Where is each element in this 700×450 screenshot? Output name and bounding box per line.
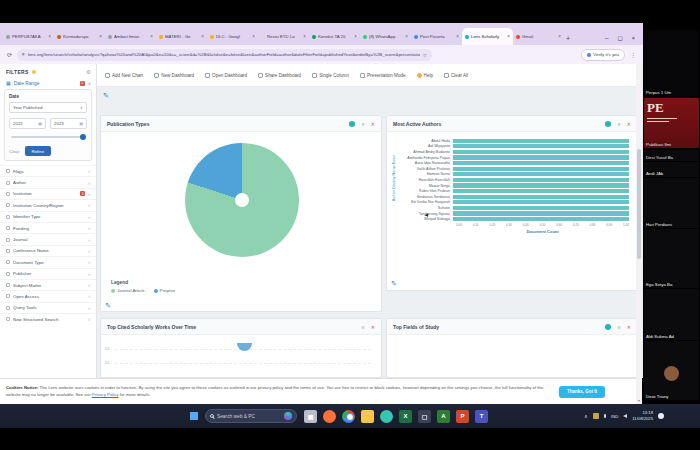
notification-bell-icon[interactable] xyxy=(658,413,664,419)
author-bar[interactable] xyxy=(453,200,629,204)
collapse-chevron-icon[interactable]: ∨ xyxy=(617,324,621,330)
explorer-icon[interactable] xyxy=(361,410,374,423)
tab-close-icon[interactable]: × xyxy=(252,34,255,39)
edit-query-icon[interactable]: ✎ xyxy=(103,92,109,99)
tab-close-icon[interactable]: × xyxy=(354,34,357,39)
bar-chart[interactable]: Author Display Name Exact Abdul HudaAdi … xyxy=(393,138,629,234)
start-button[interactable] xyxy=(190,412,198,420)
tab-close-icon[interactable]: × xyxy=(303,34,306,39)
year-field-select[interactable]: Year Published ∨ xyxy=(9,102,87,113)
copilot-icon[interactable] xyxy=(284,412,292,420)
tab-close-icon[interactable]: × xyxy=(99,34,102,39)
window-minimize-icon[interactable]: ─ xyxy=(605,35,609,41)
powerpoint-icon[interactable]: P xyxy=(456,410,469,423)
scatter-chart[interactable]: 1.0 0.5 xyxy=(101,335,381,379)
tab-close-icon[interactable]: × xyxy=(201,34,204,39)
browser-tab-kurniadarsya[interactable]: Kurniadarsya× xyxy=(54,28,105,45)
browser-tab-8-whatsapp[interactable]: (8) WhatsApp× xyxy=(360,28,411,45)
toolbar-item-help[interactable]: Help xyxy=(417,73,433,78)
edit-chart-icon[interactable]: ✎ xyxy=(391,280,397,287)
year-range-slider[interactable] xyxy=(11,136,85,138)
filter-item-journal[interactable]: Journal› xyxy=(0,233,96,244)
author-bar[interactable] xyxy=(453,161,629,165)
filter-item-funding[interactable]: Funding› xyxy=(0,222,96,233)
edit-chart-icon[interactable]: ✎ xyxy=(105,302,111,309)
author-bar[interactable] xyxy=(453,178,629,182)
author-bar[interactable] xyxy=(453,195,629,199)
year-to-input[interactable]: 2023 ▦ xyxy=(50,118,87,129)
shared-presentation-tile[interactable]: PEPublikasi Ilmi xyxy=(644,98,699,148)
participant-tile[interactable]: Perpus 1 Um xyxy=(644,30,699,96)
tab-close-icon[interactable]: × xyxy=(48,34,51,39)
participant-tile[interactable]: Dewi Triany xyxy=(644,341,699,400)
window-icon[interactable]: ▢ xyxy=(418,410,431,423)
tab-close-icon[interactable]: × xyxy=(456,34,459,39)
privacy-policy-link[interactable]: Privacy Policy xyxy=(92,392,119,397)
scrollbar-down-icon[interactable]: ▾ xyxy=(636,398,642,403)
teams-icon[interactable]: T xyxy=(475,410,488,423)
author-bar[interactable] xyxy=(453,206,629,210)
window-close-icon[interactable]: × xyxy=(632,35,635,41)
chart-options-icon[interactable] xyxy=(605,324,611,330)
collapse-chevron-icon[interactable]: ∨ xyxy=(361,324,365,330)
author-bar[interactable] xyxy=(453,189,629,193)
participant-tile[interactable]: Aldi Sukma Ad xyxy=(644,289,699,340)
bookmark-star-icon[interactable]: ☆ xyxy=(423,52,427,58)
tab-close-icon[interactable]: × xyxy=(405,34,408,39)
slider-knob[interactable] xyxy=(80,134,86,140)
filter-item-identifier-type[interactable]: Identifier Type› xyxy=(0,211,96,222)
participant-tile[interactable]: Ega Setya Ba xyxy=(644,229,699,288)
author-bar[interactable] xyxy=(453,183,629,187)
filter-item-open-access[interactable]: Open Access› xyxy=(0,290,96,301)
edge-icon[interactable] xyxy=(380,410,393,423)
chart-options-icon[interactable] xyxy=(605,121,611,127)
participant-tile[interactable]: Andi JAb xyxy=(644,162,699,177)
tray-chevron-icon[interactable]: ∧ xyxy=(584,413,588,419)
toolbar-item-open-dashboard[interactable]: Open Dashboard xyxy=(205,73,247,78)
legend-item-journal-article[interactable]: Journal Article xyxy=(111,288,145,293)
filter-item-query-tools[interactable]: Query Tools› xyxy=(0,302,96,313)
thanks-got-it-button[interactable]: Thanks, Got It xyxy=(559,386,605,398)
year-from-input[interactable]: 2022 ▦ xyxy=(9,118,46,129)
new-tab-button[interactable]: + xyxy=(566,35,570,45)
chrome-icon[interactable] xyxy=(342,410,355,423)
clear-button[interactable]: Clear xyxy=(9,149,20,154)
legend-item-preprint[interactable]: Preprint xyxy=(154,288,175,293)
filter-item-document-type[interactable]: Document Type› xyxy=(0,256,96,267)
author-bar[interactable] xyxy=(453,217,629,221)
gallery-icon[interactable]: ▦ xyxy=(304,410,317,423)
toolbar-item-add-new-chart[interactable]: Add New Chart xyxy=(105,73,143,78)
author-bar[interactable] xyxy=(453,167,629,171)
browser-tab-dlc-googl[interactable]: DLC - Googl× xyxy=(207,28,258,45)
close-card-icon[interactable]: ✕ xyxy=(371,324,375,330)
close-card-icon[interactable]: ✕ xyxy=(371,121,375,127)
browser-tab-post-peserta[interactable]: Post Peserta× xyxy=(411,28,462,45)
author-bar[interactable] xyxy=(453,150,629,154)
close-card-icon[interactable]: ✕ xyxy=(627,324,631,330)
excel-icon[interactable]: X xyxy=(399,410,412,423)
reload-icon[interactable]: ⟳ xyxy=(7,51,12,58)
browser-tab-perpustaka[interactable]: PERPUSTAKA× xyxy=(3,28,54,45)
microphone-icon[interactable] xyxy=(604,414,606,419)
filter-item-institution[interactable]: Institution1› xyxy=(0,188,96,199)
browser-tab-materi-go[interactable]: MATERI - Go× xyxy=(156,28,207,45)
toolbar-item-clear-all[interactable]: Clear All xyxy=(444,73,468,78)
filter-item-publisher[interactable]: Publisher› xyxy=(0,268,96,279)
filter-item-new-structured-search[interactable]: New Structured Search› xyxy=(0,313,96,324)
url-field[interactable]: ≡ lens.org/lens/search/scholar/analysis?… xyxy=(17,49,432,61)
browser-tab-ambari-fimari[interactable]: Ambari fimari× xyxy=(105,28,156,45)
language-indicator[interactable]: IND xyxy=(611,414,618,419)
volume-icon[interactable] xyxy=(623,414,627,418)
browser-tab-gmail[interactable]: Gmail× xyxy=(513,28,564,45)
filter-item-conference-name[interactable]: Conference Name› xyxy=(0,245,96,256)
participant-tile[interactable]: Hari Perdians xyxy=(644,178,699,228)
browser-tab-revisi-eyd-la[interactable]: Revisi EYD La× xyxy=(258,28,309,45)
collapse-chevron-icon[interactable]: ∨ xyxy=(361,121,365,127)
browser-tab-lens-scholarly[interactable]: Lens Scholarly× xyxy=(462,28,513,45)
site-info-icon[interactable]: ≡ xyxy=(22,52,25,57)
pie-chart[interactable] xyxy=(185,143,299,257)
verify-chip[interactable]: Verify it's you xyxy=(581,49,625,61)
author-bar[interactable] xyxy=(453,211,629,215)
tray-app-icon[interactable] xyxy=(593,413,599,419)
page-scrollbar[interactable]: ▾ xyxy=(636,64,642,404)
